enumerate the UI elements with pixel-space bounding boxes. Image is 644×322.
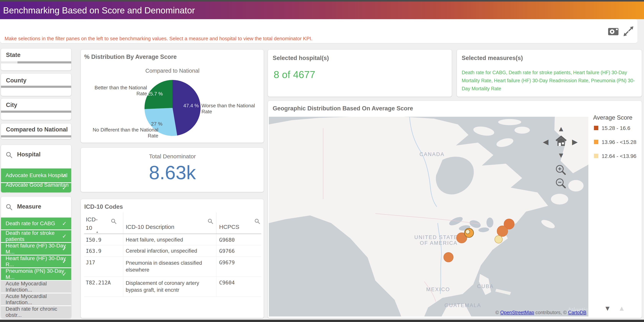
column-header-description[interactable]: ICD-10 Description xyxy=(126,224,174,230)
column-header-icd10[interactable]: ICD- 10 xyxy=(86,215,98,232)
measure-item-ami-2[interactable]: Acute Myocardial Infarction... xyxy=(1,294,72,305)
filter-pane-compared-to-national[interactable]: Compared to National xyxy=(1,123,72,139)
map-label-cuba: CUBA xyxy=(477,284,494,289)
scroll-down-arrow[interactable]: ▼ xyxy=(604,304,611,313)
pan-left-arrow[interactable]: ◀ xyxy=(543,138,548,146)
county-scrollbar[interactable] xyxy=(1,86,71,88)
denominator-kpi-card: Total Denominator 8.63k xyxy=(80,148,264,192)
zoom-out-icon[interactable] xyxy=(555,178,566,189)
fullscreen-expand-icon[interactable] xyxy=(623,26,634,36)
search-icon[interactable] xyxy=(208,218,214,224)
map-score-bubble[interactable] xyxy=(466,230,470,234)
measure-item-hf-mortality[interactable]: Heart failure (HF) 30-Day M... ✓ xyxy=(1,243,72,255)
search-icon[interactable] xyxy=(111,218,117,224)
home-reset-icon[interactable] xyxy=(556,136,567,146)
hospital-item-advocate-good-samaritan[interactable]: Advocate Good Samaritan ... ✓ xyxy=(1,183,72,193)
cell-description[interactable]: Displacement of coronary artery bypass g… xyxy=(126,280,208,294)
map-label-mexico: MEXICO xyxy=(426,287,450,292)
filter-pane-county[interactable]: County xyxy=(1,73,72,96)
map-label-guatemala: GUATEMALA xyxy=(444,303,481,308)
filter-pane-county-label: County xyxy=(6,77,26,84)
cell-hcpcs[interactable]: G9766 xyxy=(219,248,235,254)
filter-pane-state[interactable]: State xyxy=(1,48,72,71)
zoom-in-icon[interactable] xyxy=(555,164,566,175)
cell-code[interactable]: J17 xyxy=(86,260,95,265)
state-scrollbar[interactable] xyxy=(1,61,71,63)
pie-pct-nodifferent: 27 % xyxy=(151,121,162,127)
state-scroll-thumb[interactable] xyxy=(1,61,18,63)
map-score-bubble[interactable] xyxy=(495,236,502,243)
cell-hcpcs[interactable]: G9679 xyxy=(219,260,235,265)
measure-item-label: Pneumonia (PN) 30-Day M... xyxy=(6,268,72,280)
measure-item-cabg[interactable]: Death rate for CABG ✓ xyxy=(1,218,72,229)
hospital-item-label: Advocate Good Samaritan ... xyxy=(6,182,72,193)
table-row: J17 Pneumonia in diseases classified els… xyxy=(84,256,261,277)
cell-hcpcs[interactable]: C9604 xyxy=(219,280,235,286)
cell-hcpcs[interactable]: G9680 xyxy=(219,237,235,243)
pan-right-arrow[interactable]: ▶ xyxy=(572,138,578,146)
filter-pane-hospital[interactable]: Hospital Advocate Eureka Hospital ✓ Advo… xyxy=(1,145,72,193)
pan-down-arrow[interactable]: ▼ xyxy=(558,152,565,159)
table-row: I63.9 Cerebral infarction, unspecified G… xyxy=(84,245,261,256)
column-divider xyxy=(216,256,216,276)
map-score-bubble[interactable] xyxy=(444,252,453,262)
pie-label-better: Better than the National Rate xyxy=(91,85,147,97)
icd-table-title: ICD-10 Codes xyxy=(84,203,123,210)
pan-up-arrow[interactable]: ▲ xyxy=(558,125,565,133)
snapshot-camera-icon[interactable] xyxy=(608,27,619,36)
search-icon[interactable] xyxy=(6,203,13,211)
pie-chart-card: % Distribution By Average Score Compared… xyxy=(80,49,264,143)
scroll-up-arrow[interactable]: ▲ xyxy=(618,304,625,313)
search-icon[interactable] xyxy=(254,218,260,224)
city-scrollbar[interactable] xyxy=(1,111,71,113)
cartodb-link[interactable]: CartoDB xyxy=(568,310,586,315)
map-score-bubble[interactable] xyxy=(497,226,508,237)
cell-description[interactable]: Heart failure, unspecified xyxy=(126,237,183,243)
icd-table-header: ICD- 10 ▲ ICD-10 Description HCPCS xyxy=(84,213,261,234)
filter-pane-compared-label: Compared to National xyxy=(6,126,68,133)
column-header-icd10-line1: ICD- xyxy=(86,215,98,224)
cell-description[interactable]: Cerebral infarction, unspecified xyxy=(126,248,197,254)
pie-label-worse: Worse than the National Rate xyxy=(202,103,263,115)
table-row: T82.212A Displacement of coronary artery… xyxy=(84,276,261,297)
geo-map[interactable]: CANADA UNITED STATES OF AMERICA MEXICO C… xyxy=(269,117,588,317)
openstreetmap-link[interactable]: OpenStreetMap xyxy=(500,310,534,315)
cell-description[interactable]: Pneumonia in diseases classified elsewhe… xyxy=(126,260,208,273)
column-header-hcpcs[interactable]: HCPCS xyxy=(219,224,239,230)
measure-item-label: Death rate for CABG xyxy=(6,220,55,227)
selected-hospitals-title: Selected hospital(s) xyxy=(273,55,329,61)
legend-label-low: 12.64 - <13.96 xyxy=(602,153,636,159)
window-top-strip xyxy=(0,0,644,1)
cell-code[interactable]: I63.9 xyxy=(86,248,101,254)
search-icon[interactable] xyxy=(6,152,13,159)
filter-pane-state-label: State xyxy=(6,52,20,58)
column-divider xyxy=(216,213,216,234)
selection-hint-text: Make selections in the filter panes on t… xyxy=(4,36,312,42)
column-divider xyxy=(123,234,123,245)
column-divider xyxy=(123,213,123,234)
measure-item-copd[interactable]: Death rate for chronic obstr... xyxy=(1,306,72,318)
selected-measures-kpi-card: Selected measures(s) Death rate for CABG… xyxy=(457,49,642,97)
column-divider xyxy=(216,276,216,297)
measure-item-hf-readmission[interactable]: Heart failure (HF) 30-Day R... ✓ xyxy=(1,256,72,267)
dashboard-root: Benchmarking Based on Score and Denomina… xyxy=(0,0,644,322)
compared-scrollbar[interactable] xyxy=(1,135,71,138)
cell-code[interactable]: I50.9 xyxy=(86,237,101,243)
cell-code[interactable]: T82.212A xyxy=(86,280,111,286)
measure-item-ami-1[interactable]: Acute Myocardial Infarction... xyxy=(1,281,72,293)
selected-check-icon: ✓ xyxy=(62,185,66,191)
filter-pane-city[interactable]: City xyxy=(1,98,72,120)
filter-pane-measure[interactable]: Measure Death rate for CABG ✓ Death rate… xyxy=(1,196,72,318)
map-card: Geographic Distribution Based On Average… xyxy=(268,101,642,318)
pie-pct-better: 25.7 % xyxy=(148,91,163,97)
hospital-item-label: Advocate Eureka Hospital xyxy=(6,172,67,178)
table-row: I50.9 Heart failure, unspecified G9680 xyxy=(84,234,261,245)
hospital-item-advocate-eureka[interactable]: Advocate Eureka Hospital ✓ xyxy=(1,168,72,182)
legend-label-mid: 13.96 - <15.28 xyxy=(602,139,636,145)
attribution-text: © xyxy=(495,310,500,315)
selected-hospitals-kpi-card: Selected hospital(s) 8 of 4677 xyxy=(268,49,452,97)
measure-item-stroke[interactable]: Death rate for stroke patients ✓ xyxy=(1,230,72,242)
pie-pct-worse: 47.4 % xyxy=(184,103,199,109)
measure-item-pn-mortality[interactable]: Pneumonia (PN) 30-Day M... ✓ xyxy=(1,268,72,280)
selected-measures-value: Death rate for CABG, Death rate for stro… xyxy=(462,68,635,93)
